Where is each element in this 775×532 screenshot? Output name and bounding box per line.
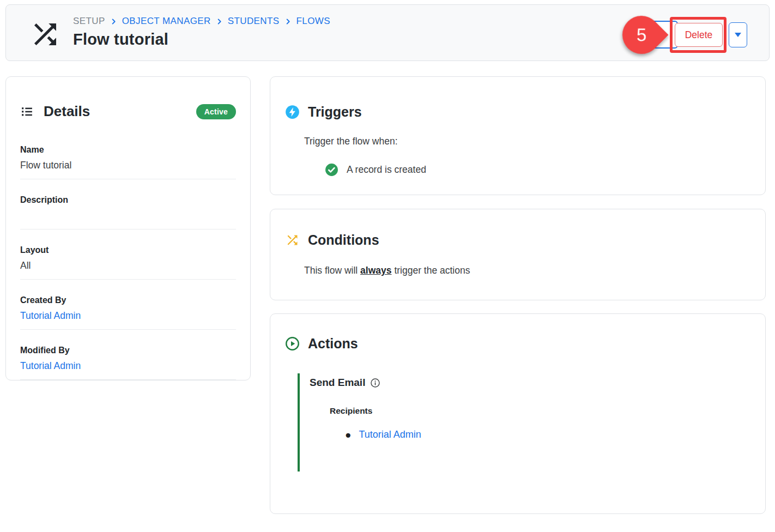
step-annotation-balloon: 5 bbox=[615, 8, 669, 62]
field-value: Flow tutorial bbox=[20, 160, 236, 172]
page-title: Flow tutorial bbox=[73, 31, 330, 49]
field-label: Description bbox=[20, 195, 236, 205]
conditions-text-after: trigger the actions bbox=[394, 265, 470, 276]
field-modified-by: Modified By Tutorial Admin bbox=[20, 346, 236, 380]
field-label: Created By bbox=[20, 295, 236, 305]
action-name: Send Email bbox=[310, 377, 365, 389]
list-icon bbox=[20, 105, 34, 118]
chevron-right-icon bbox=[284, 17, 292, 26]
triggers-card: Triggers Trigger the flow when: A record… bbox=[270, 76, 766, 195]
annotation-highlight-box bbox=[670, 17, 726, 53]
conditions-emphasis: always bbox=[360, 265, 391, 276]
divider bbox=[20, 379, 236, 380]
chevron-right-icon bbox=[215, 17, 223, 26]
info-icon[interactable] bbox=[370, 378, 380, 388]
trigger-item: A record is created bbox=[325, 163, 765, 177]
recipient-link[interactable]: Tutorial Admin bbox=[359, 429, 421, 440]
recipient-item: ● Tutorial Admin bbox=[345, 429, 765, 440]
status-badge: Active bbox=[196, 104, 236, 119]
divider bbox=[20, 279, 236, 280]
field-value: All bbox=[20, 260, 236, 272]
action-block: Send Email Recipients ● Tutorial Admin bbox=[298, 373, 765, 471]
details-card-title: Details bbox=[44, 103, 90, 120]
field-name: Name Flow tutorial bbox=[20, 145, 236, 179]
conditions-text: This flow will always trigger the action… bbox=[304, 265, 765, 276]
bullet-icon: ● bbox=[345, 430, 351, 440]
field-description: Description bbox=[20, 195, 236, 229]
conditions-card-title: Conditions bbox=[308, 232, 379, 248]
actions-card-title: Actions bbox=[308, 336, 358, 352]
page: SETUP OBJECT MANAGER STUDENTS FLOWS Flow… bbox=[0, 0, 775, 532]
triggers-card-title: Triggers bbox=[308, 104, 362, 120]
trigger-intro-text: Trigger the flow when: bbox=[304, 136, 765, 147]
field-layout: Layout All bbox=[20, 245, 236, 280]
breadcrumb-setup: SETUP bbox=[73, 16, 105, 27]
shuffle-icon bbox=[285, 233, 300, 247]
field-created-by: Created By Tutorial Admin bbox=[20, 295, 236, 330]
check-circle-icon bbox=[325, 163, 338, 177]
play-circle-icon bbox=[285, 336, 300, 351]
field-label: Layout bbox=[20, 245, 236, 255]
field-label: Name bbox=[20, 145, 236, 155]
recipients-label: Recipients bbox=[330, 406, 765, 416]
created-by-link[interactable]: Tutorial Admin bbox=[20, 310, 236, 322]
breadcrumb-flows[interactable]: FLOWS bbox=[296, 16, 330, 27]
chevron-right-icon bbox=[110, 17, 118, 26]
conditions-text-before: This flow will bbox=[304, 265, 358, 276]
trigger-item-text: A record is created bbox=[347, 164, 426, 176]
step-number: 5 bbox=[637, 25, 646, 45]
field-value bbox=[20, 210, 236, 222]
dropdown-button[interactable] bbox=[729, 22, 747, 47]
details-card: Details Active Name Flow tutorial Descri… bbox=[5, 76, 251, 380]
field-label: Modified By bbox=[20, 346, 236, 355]
page-header: SETUP OBJECT MANAGER STUDENTS FLOWS Flow… bbox=[5, 4, 770, 61]
actions-card: Actions Send Email Recipients ● Tutorial… bbox=[270, 313, 766, 514]
breadcrumb-students[interactable]: STUDENTS bbox=[228, 16, 280, 27]
breadcrumb: SETUP OBJECT MANAGER STUDENTS FLOWS bbox=[73, 16, 330, 27]
modified-by-link[interactable]: Tutorial Admin bbox=[20, 360, 236, 372]
breadcrumb-object-manager[interactable]: OBJECT MANAGER bbox=[122, 16, 211, 27]
divider bbox=[20, 229, 236, 229]
divider bbox=[20, 329, 236, 330]
lightning-icon bbox=[285, 105, 300, 119]
divider bbox=[20, 179, 236, 179]
flow-shuffle-icon bbox=[29, 18, 62, 51]
caret-down-icon bbox=[735, 33, 741, 37]
conditions-card: Conditions This flow will always trigger… bbox=[270, 209, 766, 300]
